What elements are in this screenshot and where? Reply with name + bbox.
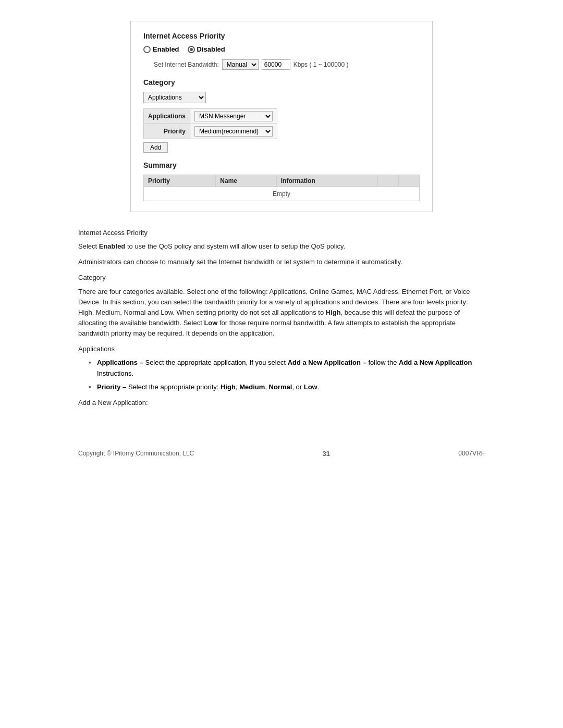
doc-para1: Select Enabled to use the QoS policy and… [78, 241, 485, 252]
priority-row: Priority Medium(recommend) [144, 124, 277, 139]
page-container: Internet Access Priority Enabled Disable… [42, 21, 521, 458]
disabled-radio-circle[interactable] [188, 46, 195, 53]
documentation-section: Internet Access Priority Select Enabled … [78, 228, 485, 408]
priority-select-cell: Medium(recommend) [190, 124, 277, 139]
doc-add-new-title: Add a New Application: [78, 398, 485, 408]
doc-category-para: There are four categories available. Sel… [78, 287, 485, 339]
category-row: Applications [143, 92, 420, 103]
enabled-radio[interactable]: Enabled [143, 45, 179, 53]
summary-header-row: Priority Name Information [144, 175, 420, 187]
doc-bullet-2: Priority – Select the appropriate priori… [91, 382, 485, 392]
summary-empty-row: Empty [144, 187, 420, 201]
priority-row-label: Priority [144, 124, 190, 139]
app-row-label: Applications [144, 109, 190, 124]
category-section-label: Category [143, 78, 420, 87]
internet-access-priority-panel: Internet Access Priority Enabled Disable… [130, 21, 433, 212]
footer-copyright: Copyright © IPitomy Communication, LLC [78, 450, 194, 457]
category-select[interactable]: Applications [143, 92, 206, 103]
summary-col-priority: Priority [144, 175, 216, 187]
summary-empty-cell: Empty [144, 187, 420, 201]
page-footer: Copyright © IPitomy Communication, LLC 3… [78, 450, 485, 458]
app-select-cell: MSN Messenger [190, 109, 277, 124]
enabled-radio-circle[interactable] [143, 46, 151, 53]
disabled-radio[interactable]: Disabled [188, 45, 225, 53]
summary-section-label: Summary [143, 161, 420, 169]
panel-title: Internet Access Priority [143, 32, 420, 40]
add-btn-row: Add [143, 142, 420, 153]
app-row: Applications MSN Messenger [144, 109, 277, 124]
priority-select[interactable]: Medium(recommend) [194, 126, 273, 137]
summary-col-name: Name [216, 175, 276, 187]
bandwidth-value-input[interactable] [262, 59, 290, 70]
doc-applications-title: Applications [78, 344, 485, 354]
doc-para2: Administrators can choose to manually se… [78, 257, 485, 267]
enabled-label: Enabled [153, 45, 179, 53]
footer-page-number: 31 [323, 450, 330, 458]
app-select[interactable]: MSN Messenger [194, 111, 273, 121]
doc-category-title: Category [78, 273, 485, 283]
bandwidth-unit: Kbps ( 1 ~ 100000 ) [293, 61, 349, 68]
bandwidth-label: Set Internet Bandwidth: [154, 61, 219, 68]
summary-col-5 [399, 175, 420, 187]
bandwidth-mode-select[interactable]: Manual [222, 59, 259, 70]
bandwidth-row: Set Internet Bandwidth: Manual Kbps ( 1 … [154, 59, 420, 70]
application-config-table: Applications MSN Messenger Priority Medi… [143, 108, 277, 139]
doc-bullets: Applications – Select the appropriate ap… [91, 357, 485, 392]
summary-section: Summary Priority Name Information Empty [143, 161, 420, 201]
doc-bullet-1: Applications – Select the appropriate ap… [91, 357, 485, 378]
summary-col-info: Information [276, 175, 378, 187]
summary-table: Priority Name Information Empty [143, 175, 420, 201]
summary-col-4 [378, 175, 399, 187]
disabled-label: Disabled [197, 45, 225, 53]
add-button[interactable]: Add [143, 142, 168, 153]
enable-disable-group: Enabled Disabled [143, 45, 420, 53]
footer-doc-id: 0007VRF [458, 450, 485, 457]
doc-main-title: Internet Access Priority [78, 228, 485, 238]
